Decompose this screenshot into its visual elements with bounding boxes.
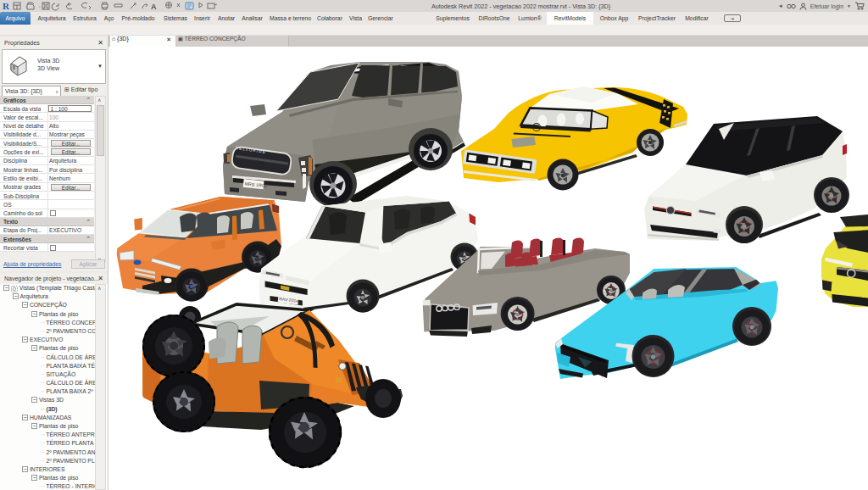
svg-text:A: A xyxy=(151,3,157,11)
svg-text:R: R xyxy=(3,1,10,11)
